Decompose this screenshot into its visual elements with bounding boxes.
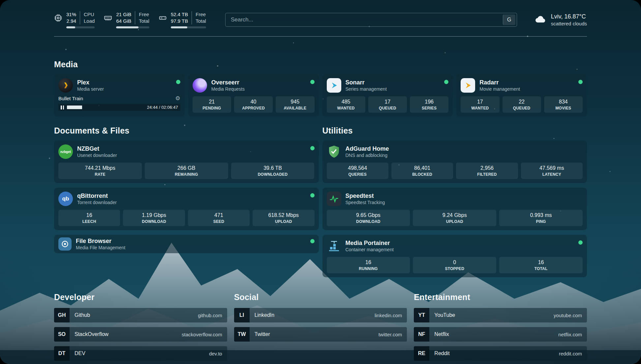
- disk-total-value: 97.9 TB: [171, 18, 188, 24]
- radarr-card[interactable]: Radarr Movie management 17 WANTED 22 QUE…: [456, 74, 587, 117]
- app-name: Radarr: [479, 79, 520, 86]
- bookmark-github[interactable]: GH Github github.com: [54, 308, 227, 322]
- cpu-load-label: Load: [84, 18, 95, 24]
- topbar: 31% 2.94 CPU Load: [54, 11, 587, 28]
- nzbget-stat-rate: 744.21 Mbps RATE: [58, 163, 142, 179]
- nzbget-icon-text: nzbget: [60, 150, 71, 154]
- app-meta: AdGuard Home DNS and adblocking: [346, 145, 389, 158]
- bookmark-name: Reddit: [434, 350, 449, 356]
- filebrowser-header: File Browser Media File Management: [58, 237, 315, 251]
- overseerr-card[interactable]: Overseerr Media Requests 21 PENDING 40 A…: [188, 74, 319, 117]
- app-meta: Speedtest Speedtest Tracking: [346, 192, 385, 205]
- ram-total-value: 64 GiB: [116, 18, 131, 24]
- stat-value: 86,401: [393, 165, 452, 171]
- stat-label: UPLOAD: [254, 219, 313, 224]
- stat-value: 1.19 Gbps: [124, 212, 183, 219]
- now-playing-row: Bullet Train ⚙: [58, 96, 180, 101]
- stat-value: 744.21 Mbps: [60, 165, 140, 171]
- adguard-header: AdGuard Home DNS and adblocking: [327, 144, 583, 159]
- overseerr-icon: [193, 78, 207, 93]
- bookmark-name: Github: [75, 312, 90, 318]
- pause-icon[interactable]: [61, 106, 64, 109]
- stat-label: DOWNLOADED: [232, 172, 313, 177]
- bookmark-reddit[interactable]: RE Reddit reddit.com: [414, 346, 587, 361]
- bookmark-twitter[interactable]: TW Twitter twitter.com: [234, 327, 407, 342]
- search-input[interactable]: [225, 13, 517, 27]
- stat-value: 16: [60, 212, 119, 219]
- stats-row: 17 WANTED 22 QUEUED 834 MOVIES: [461, 96, 583, 113]
- bookmark-url: github.com: [198, 313, 222, 318]
- bookmark-abbr: NF: [414, 327, 429, 342]
- speedtest-stat-ping: 0.993 ms PING: [499, 210, 583, 226]
- playback-progress-track[interactable]: [67, 106, 144, 109]
- stat-value: 47.569 ms: [522, 165, 581, 171]
- cpu-load-value: 2.94: [67, 18, 76, 24]
- plex-card[interactable]: Plex Media server Bullet Train ⚙: [54, 74, 185, 117]
- stat-label: QUEUED: [504, 106, 540, 111]
- bookmark-url: youtube.com: [554, 313, 582, 318]
- qbittorrent-stat-download: 1.19 Gbps DOWNLOAD: [123, 210, 185, 226]
- adguard-stat-filtered: 2,956 FILTERED: [456, 163, 518, 179]
- app-name: qBittorrent: [77, 192, 117, 199]
- portainer-card[interactable]: Media Portainer Container management 16 …: [322, 235, 587, 277]
- bookmark-dev[interactable]: DT DEV dev.to: [54, 346, 227, 361]
- app-name: File Browser: [76, 237, 125, 245]
- app-subtitle: Series management: [346, 86, 387, 92]
- bookmark-youtube[interactable]: YT YouTube youtube.com: [414, 308, 587, 322]
- stat-label: LATENCY: [522, 172, 581, 177]
- search-engine-button[interactable]: G: [503, 15, 515, 25]
- adguard-stat-latency: 47.569 ms LATENCY: [521, 163, 583, 179]
- stat-label: QUERIES: [328, 172, 387, 177]
- ram-stats: 21 GiB 64 GiB Free Total: [116, 11, 149, 28]
- bookmark-group-developer: Developer GH Github github.com SO StackO…: [54, 292, 227, 364]
- app-name: Media Portainer: [346, 239, 394, 247]
- radarr-icon: [461, 78, 475, 93]
- radarr-stat-movies: 834 MOVIES: [544, 96, 583, 113]
- stat-value: 17: [462, 99, 498, 105]
- settings-gear-icon[interactable]: ⚙: [175, 96, 180, 101]
- bookmarks-area: Developer GH Github github.com SO StackO…: [54, 292, 587, 364]
- stat-value: 485: [328, 99, 364, 105]
- bookmark-group-entertainment: Entertainment YT YouTube youtube.com NF …: [414, 292, 587, 364]
- status-indicator: [176, 80, 180, 84]
- sonarr-card[interactable]: Sonarr Series management 485 WANTED 17 Q…: [322, 74, 453, 117]
- stat-value: 9.65 Gbps: [328, 212, 409, 219]
- bookmark-abbr: DT: [54, 346, 70, 361]
- adguard-card[interactable]: AdGuard Home DNS and adblocking 498,564 …: [322, 140, 587, 183]
- media-player-bar[interactable]: 24:44 / 02:06:47: [58, 104, 180, 111]
- stat-value: 17: [370, 99, 406, 105]
- qbittorrent-card[interactable]: qb qBittorrent Torrent downloader 16 LEE…: [54, 188, 319, 230]
- bookmark-linkedin[interactable]: LI LinkedIn linkedin.com: [234, 308, 407, 322]
- app-meta: NZBGet Usenet downloader: [77, 145, 117, 158]
- stat-label: LEECH: [60, 219, 119, 224]
- stat-value: 498,564: [328, 165, 387, 171]
- qbittorrent-stat-upload: 618.52 Mbps UPLOAD: [253, 210, 314, 226]
- bookmark-name: YouTube: [434, 312, 455, 318]
- qbittorrent-stat-leech: 16 LEECH: [58, 210, 120, 226]
- nzbget-card[interactable]: nzbget NZBGet Usenet downloader 744.21 M…: [54, 140, 319, 183]
- ram-free-value: 21 GiB: [116, 11, 131, 18]
- stats-row: 498,564 QUERIES 86,401 BLOCKED 2,956 FIL…: [327, 163, 583, 179]
- stat-value: 16: [501, 259, 581, 266]
- bookmark-abbr: TW: [234, 327, 250, 342]
- filebrowser-card[interactable]: File Browser Media File Management: [54, 235, 319, 253]
- adguard-stat-queries: 498,564 QUERIES: [327, 163, 388, 179]
- app-meta: Plex Media server: [77, 79, 104, 92]
- now-playing-title: Bullet Train: [58, 96, 83, 101]
- status-indicator: [310, 193, 315, 197]
- app-name: Overseerr: [211, 79, 245, 86]
- speedtest-pulse-icon: [327, 192, 341, 206]
- search-box: G: [225, 13, 517, 27]
- status-indicator: [444, 80, 448, 84]
- bookmark-abbr: RE: [414, 346, 429, 361]
- qbittorrent-icon: qb: [58, 192, 73, 206]
- speedtest-card[interactable]: Speedtest Speedtest Tracking 9.65 Gbps D…: [322, 188, 587, 230]
- bookmark-stackoverflow[interactable]: SO StackOverflow stackoverflow.com: [54, 327, 227, 342]
- weather-widget[interactable]: Lviv, 16.87°C scattered clouds: [534, 13, 587, 27]
- ram-widget: 21 GiB 64 GiB Free Total: [104, 11, 149, 28]
- bookmark-netflix[interactable]: NF Netflix netflix.com: [414, 327, 587, 342]
- media-grid: Plex Media server Bullet Train ⚙: [54, 74, 587, 117]
- bookmark-group-social: Social LI LinkedIn linkedin.com TW Twitt…: [234, 292, 407, 364]
- app-subtitle: DNS and adblocking: [346, 152, 389, 158]
- status-indicator: [578, 240, 583, 245]
